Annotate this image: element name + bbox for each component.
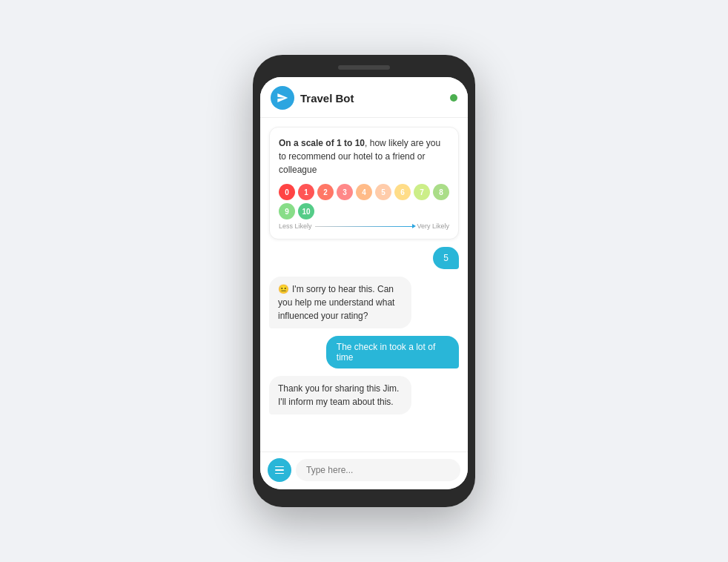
bot-text-1: I'm sorry to hear this. Can you help me … bbox=[278, 284, 394, 321]
rating-btn-9[interactable]: 9 bbox=[279, 203, 295, 219]
bot-emoji-1: 😐 bbox=[278, 284, 289, 294]
rating-numbers[interactable]: 012345678910 bbox=[279, 184, 449, 219]
rating-btn-1[interactable]: 1 bbox=[298, 184, 314, 200]
chat-header: Travel Bot bbox=[260, 77, 468, 118]
rating-btn-7[interactable]: 7 bbox=[414, 184, 430, 200]
rating-btn-0[interactable]: 0 bbox=[279, 184, 295, 200]
chat-body: On a scale of 1 to 10, how likely are yo… bbox=[260, 118, 468, 452]
menu-button[interactable] bbox=[268, 458, 291, 482]
menu-icon bbox=[275, 466, 284, 475]
rating-card: On a scale of 1 to 10, how likely are yo… bbox=[269, 127, 459, 239]
online-indicator bbox=[450, 94, 457, 102]
rating-question-bold: On a scale of 1 to 10 bbox=[279, 138, 365, 148]
rating-btn-2[interactable]: 2 bbox=[317, 184, 334, 200]
scale-label-left: Less Likely bbox=[279, 222, 312, 230]
phone-frame: Travel Bot On a scale of 1 to 10, how li… bbox=[253, 55, 475, 507]
bot-message-1: 😐I'm sorry to hear this. Can you help me… bbox=[269, 277, 411, 328]
rating-btn-4[interactable]: 4 bbox=[356, 184, 372, 200]
rating-btn-6[interactable]: 6 bbox=[394, 184, 411, 200]
phone-speaker bbox=[338, 65, 390, 70]
user-message-2: The check in took a lot of time bbox=[326, 336, 459, 368]
chat-input-area bbox=[260, 452, 468, 489]
bot-icon bbox=[271, 86, 294, 110]
bot-text-2: Thank you for sharing this Jim. I'll inf… bbox=[278, 383, 399, 407]
message-input[interactable] bbox=[296, 459, 460, 481]
bot-name: Travel Bot bbox=[300, 92, 450, 105]
rating-scale-labels: Less Likely Very Likely bbox=[279, 222, 449, 230]
rating-btn-8[interactable]: 8 bbox=[433, 184, 449, 200]
user-message-1: 5 bbox=[433, 247, 459, 269]
phone-screen: Travel Bot On a scale of 1 to 10, how li… bbox=[260, 77, 468, 489]
rating-btn-3[interactable]: 3 bbox=[337, 184, 353, 200]
rating-btn-5[interactable]: 5 bbox=[375, 184, 391, 200]
scale-label-right: Very Likely bbox=[417, 222, 449, 230]
bot-message-2: Thank you for sharing this Jim. I'll inf… bbox=[269, 376, 411, 414]
rating-btn-10[interactable]: 10 bbox=[298, 203, 314, 219]
scale-line bbox=[315, 226, 414, 227]
rating-question: On a scale of 1 to 10, how likely are yo… bbox=[279, 136, 449, 176]
